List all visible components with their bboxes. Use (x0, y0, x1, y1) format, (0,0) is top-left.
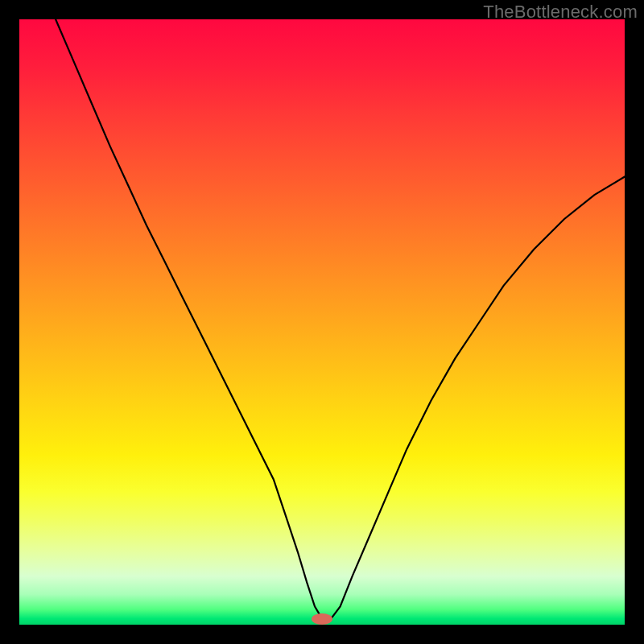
bottleneck-curve (56, 19, 625, 619)
chart-plot-area (19, 19, 625, 625)
chart-svg (19, 19, 625, 625)
watermark-text: TheBottleneck.com (483, 2, 638, 23)
optimal-marker (312, 613, 332, 625)
chart-stage: TheBottleneck.com (0, 0, 644, 644)
